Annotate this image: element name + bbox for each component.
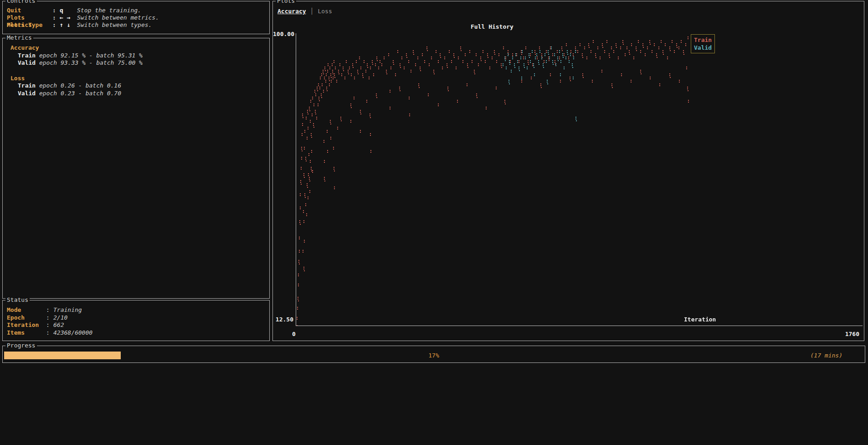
controls-panel-title: Controls <box>5 0 37 5</box>
control-label-quit: Quit <box>7 7 52 14</box>
plot-legend: Train Valid <box>691 34 715 53</box>
status-separator: : <box>46 306 53 314</box>
progress-panel: Progress 17% (17 mins) <box>2 346 865 363</box>
plot-area <box>296 33 863 326</box>
metric-name-loss: Loss <box>10 75 265 83</box>
plots-tabs: Accuracy │ Loss <box>277 8 332 15</box>
control-desc-quit: Stop the training. <box>77 7 141 14</box>
x-axis-tick-min: 0 <box>292 331 296 337</box>
metrics-panel: Metrics Accuracy Train epoch 92.15 % - b… <box>2 38 270 299</box>
chart-title: Full History <box>471 23 514 30</box>
plots-panel: Plots Accuracy │ Loss Full History 100.0… <box>272 1 864 341</box>
status-separator: : <box>46 321 53 329</box>
status-row-items: Items : 42368/60000 <box>7 329 265 337</box>
status-label-mode: Mode <box>7 306 46 314</box>
control-separator: : <box>52 21 60 29</box>
control-label-plots-type: Plots Type <box>7 21 52 29</box>
metric-row-loss-valid: Valid epoch 0.23 - batch 0.70 <box>18 90 265 98</box>
status-panel: Status Mode : Training Epoch : 2/10 Iter… <box>2 300 270 341</box>
status-row-epoch: Epoch : 2/10 <box>7 314 265 322</box>
control-desc-plots-type: Switch between types. <box>77 21 152 29</box>
progress-bar: 17% (17 mins) <box>4 352 863 359</box>
status-value-epoch: 2/10 <box>53 314 67 322</box>
control-separator: : <box>52 7 60 14</box>
metric-train-label: Train <box>18 52 36 59</box>
tab-accuracy[interactable]: Accuracy <box>277 8 306 15</box>
status-separator: : <box>46 329 53 337</box>
legend-valid-label: Valid <box>694 44 712 52</box>
metrics-panel-title: Metrics <box>5 34 33 41</box>
control-row-plots-type: Plots Type : ↑ ↓ Switch between types. <box>7 21 265 29</box>
tab-separator: │ <box>310 8 314 15</box>
status-value-iteration: 662 <box>53 321 64 329</box>
metric-section-loss: Loss Train epoch 0.26 - batch 0.16 Valid… <box>7 75 265 98</box>
progress-panel-title: Progress <box>5 342 37 349</box>
control-label-plots-metrics: Plots Metrics <box>7 14 52 21</box>
status-value-items: 42368/60000 <box>53 329 92 337</box>
status-label-epoch: Epoch <box>7 314 46 322</box>
metric-valid-value: epoch 93.33 % - batch 75.00 % <box>39 59 143 66</box>
training-dashboard: Controls Quit : q Stop the training. Plo… <box>0 0 868 445</box>
x-axis-tick-max: 1760 <box>845 331 859 337</box>
status-separator: : <box>46 314 53 322</box>
metric-section-accuracy: Accuracy Train epoch 92.15 % - batch 95.… <box>7 44 265 67</box>
left-right-arrows-icon: ← → <box>60 14 77 21</box>
metric-row-loss-train: Train epoch 0.26 - batch 0.16 <box>18 82 265 90</box>
x-axis-label: Iteration <box>684 316 716 323</box>
control-separator: : <box>52 14 60 21</box>
metric-train-value: epoch 0.26 - batch 0.16 <box>39 82 121 89</box>
plots-panel-title: Plots <box>276 0 296 5</box>
progress-percent: 17% <box>4 352 863 359</box>
legend-train-label: Train <box>694 36 712 44</box>
y-axis-tick-max: 100.00 <box>273 31 293 37</box>
controls-body: Quit : q Stop the training. Plots Metric… <box>3 1 269 29</box>
metric-train-value: epoch 92.15 % - batch 95.31 % <box>39 52 143 59</box>
progress-eta: (17 mins) <box>811 352 842 359</box>
metric-valid-label: Valid <box>18 90 36 97</box>
status-row-iteration: Iteration : 662 <box>7 321 265 329</box>
control-key-quit: q <box>60 7 77 14</box>
metric-train-label: Train <box>18 82 36 89</box>
status-row-mode: Mode : Training <box>7 306 265 314</box>
status-value-mode: Training <box>53 306 82 314</box>
metric-row-accuracy-valid: Valid epoch 93.33 % - batch 75.00 % <box>18 59 265 67</box>
status-panel-title: Status <box>5 296 30 304</box>
tab-loss[interactable]: Loss <box>318 8 332 15</box>
controls-panel: Controls Quit : q Stop the training. Plo… <box>2 1 270 34</box>
metric-valid-label: Valid <box>18 59 36 66</box>
metric-row-accuracy-train: Train epoch 92.15 % - batch 95.31 % <box>18 52 265 60</box>
control-row-quit: Quit : q Stop the training. <box>7 7 265 14</box>
status-body: Mode : Training Epoch : 2/10 Iteration :… <box>3 300 269 336</box>
metric-name-accuracy: Accuracy <box>10 44 265 52</box>
scatter-canvas <box>296 33 863 326</box>
control-desc-plots-metrics: Switch between metrics. <box>77 14 159 21</box>
y-axis-tick-min: 12.50 <box>273 316 293 323</box>
up-down-arrows-icon: ↑ ↓ <box>60 21 77 29</box>
control-row-plots-metrics: Plots Metrics : ← → Switch between metri… <box>7 14 265 21</box>
status-label-iteration: Iteration <box>7 321 46 329</box>
metrics-body: Accuracy Train epoch 92.15 % - batch 95.… <box>3 38 269 97</box>
metric-valid-value: epoch 0.23 - batch 0.70 <box>39 90 121 97</box>
status-label-items: Items <box>7 329 46 337</box>
